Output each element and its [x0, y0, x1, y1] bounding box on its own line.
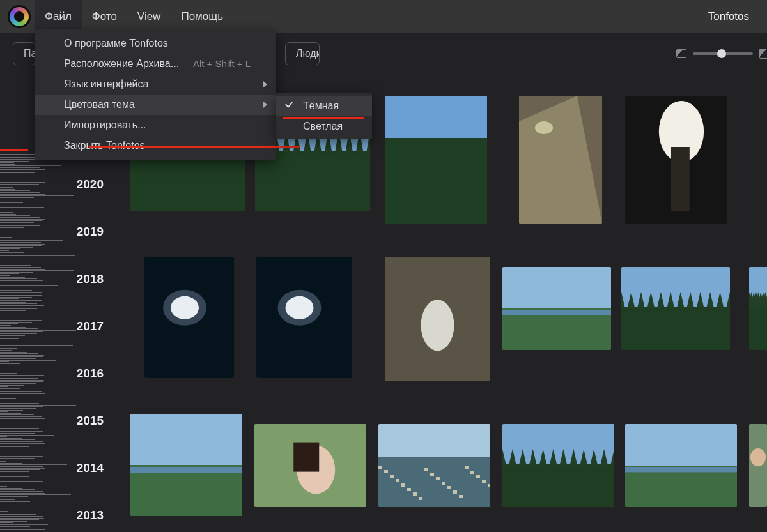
timeline-tick — [0, 438, 22, 439]
timeline-tick — [0, 300, 42, 301]
timeline-tick — [0, 430, 45, 430]
photo-thumbnail[interactable] — [519, 96, 602, 224]
timeline-tick — [0, 211, 59, 211]
dd-import[interactable]: Импортировать... — [35, 115, 276, 135]
photo-thumbnail[interactable] — [502, 267, 611, 350]
timeline-tick — [0, 212, 13, 213]
timeline-tick — [0, 456, 43, 457]
timeline-tick — [0, 428, 39, 429]
photo-thumbnail[interactable] — [625, 424, 737, 507]
menu-help[interactable]: Помощь — [171, 0, 233, 33]
timeline-year[interactable]: 2018 — [77, 272, 104, 286]
timeline-tick — [0, 327, 26, 328]
photo-thumbnail[interactable] — [749, 424, 767, 507]
timeline-tick — [0, 257, 44, 257]
svg-rect-62 — [749, 307, 767, 350]
timeline-tick — [0, 441, 43, 442]
dd-about[interactable]: О программе Tonfotos — [35, 33, 276, 54]
timeline-tick — [0, 468, 45, 469]
timeline-tick — [0, 159, 40, 160]
svg-point-32 — [535, 121, 553, 134]
timeline-year[interactable]: 2016 — [77, 367, 104, 381]
timeline-year[interactable]: 2014 — [77, 461, 104, 475]
timeline-tick — [0, 340, 33, 340]
timeline-tick — [0, 242, 41, 243]
zoom-slider-group — [676, 33, 767, 74]
svg-rect-101 — [482, 480, 486, 483]
photo-thumbnail[interactable] — [385, 257, 490, 381]
timeline-tick — [0, 315, 64, 315]
timeline-tick — [0, 370, 41, 370]
dd-label: Расположение Архива... — [64, 58, 179, 69]
app-title: Tonfotos — [708, 0, 749, 33]
timeline-tick — [0, 225, 40, 226]
timeline-tick — [0, 377, 27, 377]
timeline-tick — [0, 287, 11, 287]
photo-thumbnail[interactable] — [502, 424, 614, 507]
timeline-tick — [0, 169, 45, 170]
timeline-tick — [0, 165, 61, 166]
timeline-tick — [0, 280, 43, 281]
timeline-tick — [0, 516, 43, 517]
photo-thumbnail[interactable] — [130, 414, 242, 516]
menu-photo[interactable]: Фото — [82, 0, 127, 33]
timeline-tick — [0, 164, 15, 165]
timeline-tick — [0, 237, 12, 238]
svg-rect-104 — [502, 464, 614, 507]
dd-theme[interactable]: Цветовая тема — [35, 95, 276, 115]
timeline-tick — [0, 305, 44, 306]
timeline-tick — [0, 501, 30, 502]
zoom-slider-thumb[interactable] — [717, 49, 726, 58]
timeline-tick — [0, 488, 22, 489]
photo-thumbnail[interactable] — [385, 96, 487, 224]
timeline-tick — [0, 367, 42, 367]
dd-language[interactable]: Язык интерфейса — [35, 74, 276, 95]
toolbar-button-people-partial[interactable]: Люди — [285, 42, 320, 65]
timeline-tick — [0, 214, 16, 215]
thumbnail-small-icon — [676, 49, 686, 58]
svg-rect-29 — [385, 138, 487, 224]
zoom-slider[interactable] — [693, 52, 753, 55]
timeline-tick — [0, 224, 20, 224]
timeline-year[interactable]: 2013 — [77, 508, 104, 522]
photo-thumbnail[interactable] — [254, 424, 366, 507]
highlight-underline-icon — [283, 117, 364, 119]
toolbar-button-left-partial[interactable]: Па — [13, 42, 36, 65]
photo-thumbnail[interactable] — [621, 267, 730, 350]
timeline-tick — [0, 531, 42, 531]
timeline-tick — [0, 314, 19, 314]
photo-thumbnail[interactable] — [625, 96, 727, 224]
timeline-year[interactable]: 2019 — [77, 225, 104, 239]
timeline-tick — [0, 206, 43, 206]
timeline-tick — [0, 174, 22, 174]
app-root: Файл Фото View Помощь Tonfotos Па Люди О… — [0, 0, 767, 532]
menu-file[interactable]: Файл — [35, 0, 82, 33]
sm-theme-dark[interactable]: Тёмная — [276, 96, 372, 116]
svg-rect-48 — [621, 307, 730, 350]
svg-rect-86 — [396, 479, 399, 482]
timeline-tick — [0, 151, 38, 151]
dd-close[interactable]: Закрыть Tonfotos — [35, 135, 276, 156]
sm-theme-light[interactable]: Светлая — [276, 116, 372, 137]
timeline-tick — [0, 427, 28, 427]
photo-thumbnail[interactable] — [256, 257, 352, 378]
timeline-tick — [0, 275, 10, 276]
photo-thumbnail[interactable] — [749, 267, 767, 350]
timeline-tick — [0, 510, 53, 510]
photo-thumbnail[interactable] — [378, 424, 490, 507]
svg-rect-46 — [502, 310, 611, 315]
timeline-tick — [0, 297, 32, 298]
timeline-tick — [0, 360, 56, 361]
highlight-underline-icon — [89, 146, 300, 148]
timeline-tick — [0, 511, 8, 512]
svg-rect-1 — [130, 151, 245, 211]
timeline-tick — [0, 352, 27, 353]
timeline-year[interactable]: 2017 — [77, 319, 104, 333]
timeline-year[interactable]: 2015 — [77, 414, 104, 428]
timeline-year[interactable]: 2020 — [77, 178, 104, 192]
timeline-tick — [0, 433, 35, 434]
dd-archive[interactable]: Расположение Архива... Alt + Shift + L — [35, 54, 276, 74]
menu-view[interactable]: View — [127, 0, 171, 33]
timeline-tick — [0, 278, 37, 279]
photo-thumbnail[interactable] — [144, 257, 234, 378]
